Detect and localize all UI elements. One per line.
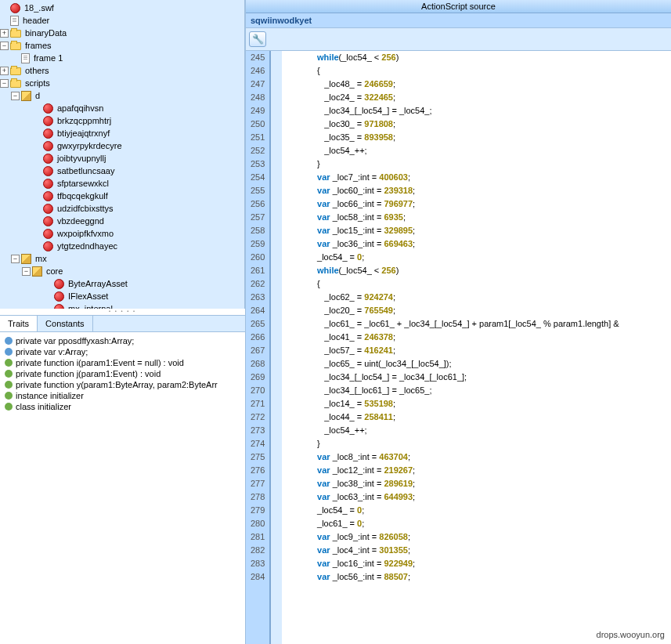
line-number: 270 bbox=[251, 384, 265, 397]
line-number: 249 bbox=[251, 104, 265, 118]
tree-node[interactable]: sfptarsewxkcl bbox=[0, 177, 244, 190]
bottom-tabs: Traits Constants bbox=[0, 315, 245, 332]
trait-item[interactable]: instance initializer bbox=[3, 390, 242, 401]
traits-panel[interactable]: private var pposdffyxash:Array;private v… bbox=[0, 332, 245, 644]
tree-node[interactable]: btiyjeajqtrxnyf bbox=[0, 127, 244, 139]
trait-label: class initializer bbox=[16, 402, 71, 411]
fold-margin[interactable] bbox=[271, 51, 282, 644]
trait-item[interactable]: private var v:Array; bbox=[3, 346, 242, 357]
collapse-icon[interactable]: − bbox=[0, 42, 9, 50]
spacer bbox=[33, 154, 41, 163]
trait-item[interactable]: private function y(param1:ByteArray, par… bbox=[3, 379, 242, 390]
line-number: 282 bbox=[251, 544, 265, 557]
code-area[interactable]: 2452462472482492502512522532542552562572… bbox=[246, 51, 671, 644]
spacer bbox=[33, 129, 41, 138]
line-number: 253 bbox=[251, 157, 265, 171]
pkg-icon bbox=[32, 266, 42, 277]
spacer bbox=[33, 242, 41, 251]
field-icon bbox=[5, 348, 13, 356]
tree-node[interactable]: −d bbox=[0, 89, 244, 102]
tree-label: binaryData bbox=[23, 28, 69, 38]
method-icon bbox=[5, 370, 13, 378]
tree-node[interactable]: ByteArrayAsset bbox=[0, 277, 244, 290]
trait-item[interactable]: private function i(param1:Event = null) … bbox=[3, 357, 242, 368]
vertical-resizer[interactable]: • • • • • bbox=[0, 309, 245, 315]
tree-node[interactable]: −mx bbox=[0, 252, 244, 265]
code-line: _loc41_ = 246378; bbox=[288, 331, 671, 344]
tree-node[interactable]: gwxyrpykrdecyre bbox=[0, 139, 244, 152]
spacer bbox=[33, 179, 41, 188]
tree-node[interactable]: frame 1 bbox=[0, 52, 244, 64]
line-number: 257 bbox=[251, 211, 265, 224]
tree-node[interactable]: tfbqcqekgkulf bbox=[0, 190, 244, 202]
tree-node[interactable]: apafqqihvsn bbox=[0, 102, 244, 114]
expand-icon[interactable]: + bbox=[0, 67, 9, 75]
collapse-icon[interactable]: − bbox=[0, 79, 9, 88]
trait-item[interactable]: private function j(param1:Event) : void bbox=[3, 368, 242, 379]
code-line: _loc14_ = 535198; bbox=[288, 397, 671, 411]
page-icon bbox=[21, 53, 30, 63]
line-number: 250 bbox=[251, 118, 265, 131]
as-icon bbox=[43, 241, 53, 251]
trait-label: instance initializer bbox=[16, 391, 84, 400]
tree-node[interactable]: brkzqcppmhtrj bbox=[0, 114, 244, 127]
code-line: _loc34_[_loc61_] = _loc65_; bbox=[288, 384, 671, 397]
tree-label: others bbox=[23, 66, 52, 75]
tree-node[interactable]: IFlexAsset bbox=[0, 290, 244, 302]
wrench-button[interactable]: 🔧 bbox=[249, 31, 266, 47]
collapse-icon[interactable]: − bbox=[22, 267, 31, 276]
trait-item[interactable]: private var pposdffyxash:Array; bbox=[3, 335, 242, 346]
tree-node[interactable]: wxpoipfkfvxmo bbox=[0, 227, 244, 240]
collapse-icon[interactable]: − bbox=[11, 92, 20, 100]
code-line: _loc34_[_loc54_] = _loc34_[_loc61_]; bbox=[288, 371, 671, 384]
tree-node[interactable]: header bbox=[0, 14, 244, 27]
tree-node[interactable]: joibtyvupnyllj bbox=[0, 152, 244, 165]
tree-node[interactable]: −scripts bbox=[0, 77, 244, 89]
code-line: _loc34_[_loc54_] = _loc54_; bbox=[288, 104, 671, 118]
method-icon bbox=[5, 381, 13, 389]
collapse-icon[interactable]: − bbox=[11, 255, 20, 263]
code-line: var _loc9_:int = 826058; bbox=[288, 530, 671, 544]
code-line: _loc65_ = uint(_loc34_[_loc54_]); bbox=[288, 357, 671, 371]
tree-node[interactable]: satbetluncsaay bbox=[0, 165, 244, 177]
code-line: _loc44_ = 258411; bbox=[288, 411, 671, 424]
method-icon bbox=[5, 403, 13, 411]
line-number: 278 bbox=[251, 490, 265, 504]
line-number: 265 bbox=[251, 317, 265, 331]
spacer bbox=[44, 292, 52, 301]
tree-node[interactable]: mx_internal bbox=[0, 302, 244, 309]
tab-constants[interactable]: Constants bbox=[38, 316, 93, 331]
method-icon bbox=[5, 359, 13, 367]
tree-node[interactable]: udzidfcbixsttys bbox=[0, 202, 244, 215]
line-number: 259 bbox=[251, 237, 265, 251]
spacer bbox=[0, 16, 9, 25]
spacer bbox=[33, 192, 41, 201]
trait-item[interactable]: class initializer bbox=[3, 401, 242, 412]
line-number: 267 bbox=[251, 344, 265, 357]
code-lines[interactable]: while(_loc54_ < 256) { _loc48_ = 246659;… bbox=[282, 51, 671, 644]
tree-node[interactable]: −core bbox=[0, 265, 244, 277]
line-number: 245 bbox=[251, 51, 265, 64]
as-icon bbox=[43, 191, 53, 201]
tree-node[interactable]: ytgtzedndhayec bbox=[0, 240, 244, 252]
tab-traits[interactable]: Traits bbox=[0, 316, 38, 331]
expand-icon[interactable]: + bbox=[0, 29, 9, 38]
line-number: 260 bbox=[251, 251, 265, 264]
line-number: 263 bbox=[251, 291, 265, 304]
spacer bbox=[33, 230, 41, 238]
line-number: 276 bbox=[251, 464, 265, 477]
tree-node[interactable]: +others bbox=[0, 64, 244, 77]
line-number: 258 bbox=[251, 224, 265, 237]
tree-node[interactable]: −frames bbox=[0, 39, 244, 52]
tree-label: core bbox=[44, 266, 65, 276]
code-line: var _loc63_:int = 644993; bbox=[288, 490, 671, 504]
spacer bbox=[33, 142, 41, 150]
tree-panel[interactable]: 18_.swfheader+binaryData−framesframe 1+o… bbox=[0, 0, 245, 309]
tree-node[interactable]: vbzdeeggnd bbox=[0, 215, 244, 227]
tree-label: apafqqihvsn bbox=[55, 103, 106, 113]
pkg-icon bbox=[21, 254, 31, 264]
tree-node[interactable]: 18_.swf bbox=[0, 2, 244, 14]
tree-node[interactable]: +binaryData bbox=[0, 27, 244, 39]
as-icon bbox=[10, 3, 20, 13]
tree-label: wxpoipfkfvxmo bbox=[55, 229, 116, 238]
